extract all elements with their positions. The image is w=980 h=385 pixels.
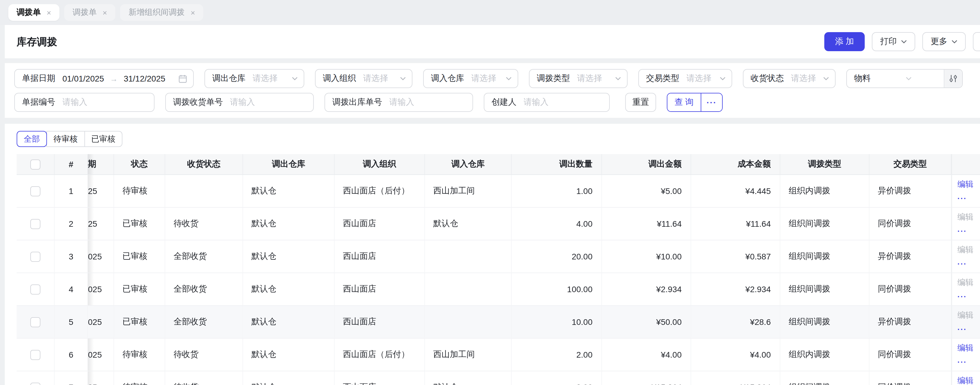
row-more-button[interactable]: ···	[958, 194, 980, 203]
date-to-value[interactable]: 31/12/2025	[124, 74, 165, 83]
page-title: 库存调拨	[17, 35, 57, 48]
edit-link[interactable]: 编辑	[958, 179, 980, 190]
cell-status: 已审核	[114, 306, 165, 339]
cell-row-index: 3	[55, 240, 88, 273]
edit-link[interactable]: 编辑	[958, 310, 980, 321]
cell-cost-amount: ¥4.445	[691, 175, 780, 208]
search-button[interactable]: 查 询	[667, 93, 701, 111]
edit-link[interactable]: 编辑	[958, 375, 980, 385]
cell-transfer-type: 组织间调拨	[780, 208, 869, 240]
table-body: 125待审核默认仓西山面店（后付）西山加工间1.00¥5.00¥4.445组织内…	[17, 175, 980, 385]
row-more-button[interactable]: ···	[958, 259, 980, 268]
row-checkbox[interactable]	[30, 284, 40, 294]
filter-label: 调拨出库单号	[332, 97, 382, 108]
row-more-button[interactable]: ···	[958, 292, 980, 301]
input-placeholder: 请输入	[389, 97, 414, 108]
column-header: 调出数量	[512, 154, 602, 175]
column-header: 交易类型	[869, 154, 951, 175]
reset-button[interactable]: 重置	[625, 93, 656, 112]
filter-placeholder: 请选择	[253, 73, 278, 84]
trade-type-filter[interactable]: 交易类型 请选择	[638, 69, 732, 88]
add-button[interactable]: 添 加	[824, 32, 865, 51]
filter-label: 交易类型	[646, 73, 679, 84]
cell-actions: 编辑···	[951, 175, 980, 208]
row-checkbox[interactable]	[30, 383, 40, 385]
edit-link[interactable]: 编辑	[958, 244, 980, 255]
window-tab-label: 调拨单	[17, 7, 41, 18]
row-checkbox[interactable]	[30, 317, 40, 327]
search-more-button[interactable]: ···	[701, 93, 722, 111]
transfer-type-filter[interactable]: 调拨类型 请选择	[529, 69, 628, 88]
more-button[interactable]: 更多	[922, 32, 966, 51]
print-button[interactable]: 打印	[872, 32, 915, 51]
row-more-button[interactable]: ···	[958, 227, 980, 236]
doc-number-input[interactable]: 单据编号 请输入	[14, 93, 154, 112]
material-filter[interactable]: 物料	[846, 69, 963, 88]
edit-link[interactable]: 编辑	[958, 277, 980, 288]
column-header: 状态	[114, 154, 165, 175]
close-icon[interactable]: ×	[191, 8, 195, 17]
receive-status-filter[interactable]: 收货状态 请选择	[743, 69, 835, 88]
material-advanced-filter-button[interactable]	[944, 70, 962, 88]
select-all-checkbox[interactable]	[30, 160, 40, 169]
cell-out-qty: 20.00	[512, 240, 602, 273]
row-checkbox[interactable]	[30, 219, 40, 229]
row-more-button[interactable]: ···	[958, 325, 980, 334]
input-placeholder: 请输入	[230, 97, 255, 108]
cell-in-warehouse: 默认仓	[425, 371, 512, 385]
window-tab-new-interorg-transfer[interactable]: 新增组织间调拨 ×	[120, 4, 203, 21]
cell-in-warehouse	[425, 240, 512, 273]
filter-panel: 单据日期 01/01/2025 → 31/12/2025 调出仓库 请选择 调入…	[5, 63, 980, 118]
transfer-receive-doc-input[interactable]: 调拨收货单号 请输入	[165, 93, 314, 112]
status-tab-group: 全部 待审核 已审核	[17, 131, 980, 147]
cell-out-amount: ¥15.264	[602, 371, 691, 385]
status-tab-pending[interactable]: 待审核	[46, 131, 85, 147]
close-icon[interactable]: ×	[47, 8, 51, 17]
cell-trade-type: 同价调拨	[869, 273, 951, 306]
filter-label: 收货状态	[751, 73, 784, 84]
add-button-label: 添 加	[835, 36, 854, 47]
status-tab-approved[interactable]: 已审核	[84, 131, 123, 147]
cell-receive-status: 全部收货	[165, 240, 243, 273]
filter-label: 调出仓库	[212, 73, 245, 84]
edit-link[interactable]: 编辑	[958, 212, 980, 222]
table-row: 5025已审核全部收货默认仓西山面店10.00¥50.00¥28.6组织间调拨异…	[17, 306, 980, 339]
row-checkbox[interactable]	[30, 252, 40, 262]
out-warehouse-filter[interactable]: 调出仓库 请选择	[204, 69, 304, 88]
cell-trade-type: 异价调拨	[869, 240, 951, 273]
in-org-filter[interactable]: 调入组织 请选择	[315, 69, 412, 88]
cell-row-index: 1	[55, 175, 88, 208]
row-checkbox[interactable]	[30, 186, 40, 196]
clipped-edge-button[interactable]	[973, 32, 980, 51]
table-row: 3025已审核全部收货默认仓西山面店20.00¥10.00¥0.587组织间调拨…	[17, 240, 980, 273]
cell-status: 已审核	[114, 208, 165, 240]
filter-placeholder: 请选择	[471, 73, 496, 84]
in-warehouse-filter[interactable]: 调入仓库 请选择	[423, 69, 518, 88]
transfer-outbound-doc-input[interactable]: 调拨出库单号 请输入	[325, 93, 473, 112]
edit-link[interactable]: 编辑	[958, 343, 980, 353]
creator-input[interactable]: 创建人 请输入	[484, 93, 610, 112]
cell-status: 待审核	[114, 371, 165, 385]
status-tab-all[interactable]: 全部	[17, 131, 47, 147]
cell-in-org: 西山面店	[334, 306, 425, 339]
close-icon[interactable]: ×	[102, 8, 107, 17]
cell-out-qty: 1.00	[512, 175, 602, 208]
cell-in-warehouse	[425, 306, 512, 339]
search-button-group: 查 询 ···	[667, 93, 723, 112]
cell-transfer-type: 组织内调拨	[780, 175, 869, 208]
cell-actions: 编辑···	[951, 273, 980, 306]
filter-label: 创建人	[492, 97, 517, 108]
row-checkbox[interactable]	[30, 350, 40, 360]
date-from-value[interactable]: 01/01/2025	[62, 74, 104, 83]
filter-placeholder: 请选择	[577, 73, 602, 84]
row-more-button[interactable]: ···	[958, 358, 980, 367]
input-placeholder: 请输入	[523, 97, 549, 108]
window-tab-transfer-order-2[interactable]: 调拨单 ×	[64, 4, 115, 21]
table-row: 6025待审核待收货默认仓西山面店（后付）西山加工间2.00¥4.00¥4.00…	[17, 339, 980, 371]
doc-date-range-filter[interactable]: 单据日期 01/01/2025 → 31/12/2025	[14, 69, 194, 88]
window-tab-transfer-order-1[interactable]: 调拨单 ×	[8, 4, 59, 21]
window-tab-label: 新增组织间调拨	[128, 7, 185, 18]
cell-row-index: 2	[55, 208, 88, 240]
column-header: 调出仓库	[243, 154, 334, 175]
cell-out-warehouse: 默认仓	[243, 306, 334, 339]
